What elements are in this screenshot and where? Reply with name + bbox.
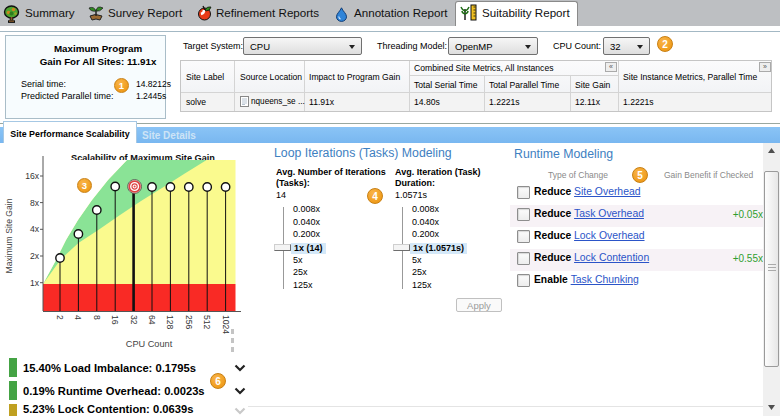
svg-text:2: 2 <box>55 315 65 320</box>
svg-text:CPU Count: CPU Count <box>126 339 173 349</box>
svg-text:64: 64 <box>147 315 157 325</box>
svg-text:8x: 8x <box>30 198 40 208</box>
svg-text:4: 4 <box>73 315 83 320</box>
svg-text:128: 128 <box>165 315 175 330</box>
svg-text:32: 32 <box>129 315 139 325</box>
svg-text:1x: 1x <box>30 278 40 288</box>
svg-text:16: 16 <box>110 315 120 325</box>
svg-text:256: 256 <box>184 315 194 330</box>
svg-text:4x: 4x <box>30 224 40 234</box>
svg-text:8: 8 <box>92 315 102 320</box>
svg-text:Maximum Site Gain: Maximum Site Gain <box>4 198 14 273</box>
svg-text:512: 512 <box>202 315 212 330</box>
svg-text:2x: 2x <box>30 251 40 261</box>
svg-text:1024: 1024 <box>221 315 231 334</box>
svg-text:16x: 16x <box>25 171 40 181</box>
